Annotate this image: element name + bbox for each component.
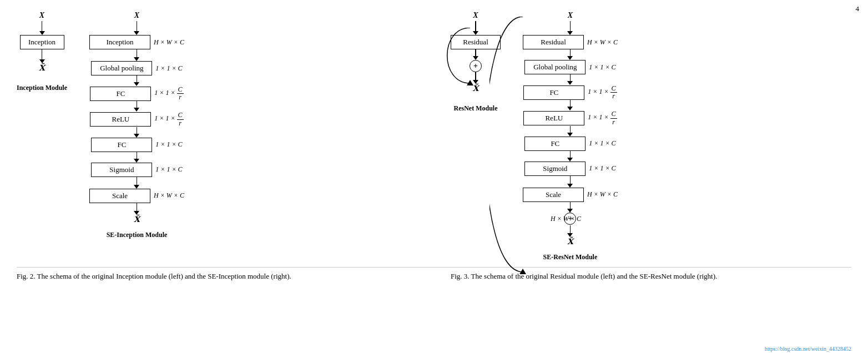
fc2-box: FC (91, 138, 152, 152)
fc2-row: FC 1 × 1 × C (91, 138, 182, 152)
global-pooling-row: Global pooling 1 × 1 × C (91, 61, 182, 75)
arrow-inception-out (39, 49, 45, 63)
se-inception-diagram: X Inception H × W × C Global pool (89, 11, 184, 261)
x-label-inception: X (39, 11, 44, 20)
dim-111c-gp: 1 × 1 × C (155, 64, 182, 73)
x-tilde-resnet: X̃ (473, 84, 479, 93)
left-section: X Inception X̃ Inception Module X (17, 11, 417, 261)
se-resnet-fc1-box: FC (523, 85, 584, 100)
dim-sigmoid: 1 × 1 × C (155, 165, 182, 174)
sigmoid-row: Sigmoid 1 × 1 × C (91, 163, 182, 177)
dim-sigmoid-se-resnet: 1 × 1 × C (589, 164, 615, 173)
se-resnet-residual-box: Residual (523, 35, 584, 49)
sigmoid-box: Sigmoid (91, 163, 152, 177)
hwc-label-plus: H × W × C (551, 215, 581, 223)
inception-row: Inception H × W × C (89, 35, 184, 49)
dim-relu: 1 × 1 × Cr (154, 112, 183, 127)
se-resnet-relu-row: ReLU 1 × 1 × Cr (523, 110, 617, 125)
residual-box-container: Residual (451, 35, 501, 49)
hwc-label-inception: H × W × C (154, 38, 184, 47)
se-resnet-scale-box: Scale (523, 188, 584, 202)
inception-module-label: Inception Module (17, 84, 67, 92)
arrow-gp-in (134, 49, 139, 61)
se-resnet-sigmoid-row: Sigmoid 1 × 1 × C (524, 162, 615, 176)
se-resnet-scale-row: Scale H × W × C (523, 188, 618, 202)
dim-111c-se-resnet: 1 × 1 × C (589, 63, 615, 72)
relu-box: ReLU (90, 112, 151, 127)
fc1-box: FC (90, 87, 151, 101)
se-inception-label: SE-Inception Module (107, 231, 168, 239)
inception-module-diagram: X Inception X̃ Inception Module (17, 11, 67, 261)
scale-row: Scale H × W × C (89, 189, 184, 203)
x-tilde-inception: X̃ (39, 63, 45, 73)
fc1-row: FC 1 × 1 × Cr (90, 86, 183, 101)
x-label-resnet: X (473, 11, 478, 20)
se-resnet-relu-box: ReLU (523, 111, 584, 125)
se-resnet-label: SE-ResNet Module (543, 253, 598, 261)
right-section: X Residual + (451, 11, 851, 261)
global-pooling-box: Global pooling (91, 61, 152, 75)
scale-box: Scale (89, 189, 150, 203)
resnet-module-diagram: X Residual + (451, 11, 501, 261)
relu-row: ReLU 1 × 1 × Cr (90, 112, 183, 127)
se-resnet-gp-row: Global pooling 1 × 1 × C (524, 60, 615, 74)
dim-fc1-se-resnet: 1 × 1 × Cr (588, 85, 617, 100)
x-tilde-se-resnet: X̃ (567, 237, 573, 246)
dim-fc1: 1 × 1 × Cr (154, 86, 183, 101)
inception-box: Inception (20, 35, 64, 49)
x-label-se-resnet: X (568, 11, 573, 20)
dim-scale: H × W × C (154, 191, 184, 200)
dim-relu-se-resnet: 1 × 1 × Cr (588, 110, 617, 125)
plus-circle-resnet: + (470, 60, 482, 72)
fig2-caption: Fig. 2. The schema of the original Incep… (17, 271, 417, 282)
fig3-caption: Fig. 3. The schema of the original Resid… (451, 271, 851, 282)
x-tilde-se-inception: X̃ (134, 215, 140, 224)
arrow-se-inception-in (134, 21, 139, 35)
caption-section: Fig. 2. The schema of the original Incep… (0, 268, 868, 288)
residual-box: Residual (451, 35, 501, 49)
se-resnet-residual-row: Residual H × W × C (523, 35, 618, 49)
main-content: X Inception X̃ Inception Module X (0, 0, 868, 267)
se-resnet-diagram: X Residual H × W × C Global pooli (523, 11, 618, 261)
x-label-se-inception: X (134, 11, 139, 20)
se-resnet-sigmoid-box: Sigmoid (524, 162, 586, 176)
dim-fc2-se-resnet: 1 × 1 × C (589, 139, 615, 148)
page-number: 4 (856, 4, 860, 13)
hwc-label-se-resnet: H × W × C (587, 38, 618, 47)
watermark: https://blog.csdn.net/weixin_44328452 (765, 346, 851, 352)
arrow-inception-in (39, 21, 45, 35)
resnet-module-label: ResNet Module (454, 104, 498, 113)
se-resnet-fc2-row: FC 1 × 1 × C (524, 137, 615, 151)
se-resnet-gp-box: Global pooling (524, 60, 586, 74)
se-inception-box: Inception (89, 35, 150, 49)
dim-scale-se-resnet: H × W × C (587, 190, 618, 199)
se-resnet-fc2-box: FC (524, 137, 586, 151)
dim-fc2: 1 × 1 × C (155, 140, 182, 149)
se-resnet-fc1-row: FC 1 × 1 × Cr (523, 85, 617, 100)
